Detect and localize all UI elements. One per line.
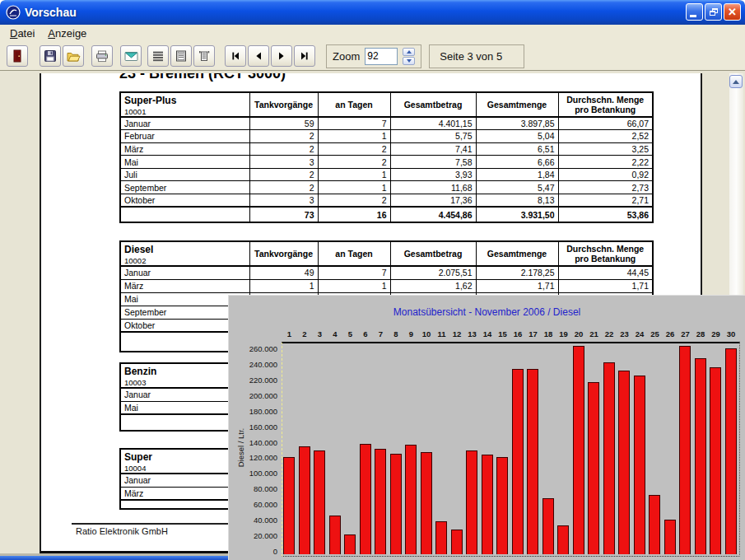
bar-day-3 [314,450,325,554]
table-header-row: Super-Plus10001Tankvorgängean TagenGesam… [120,92,653,117]
bar-day-16 [512,369,524,554]
value-cell: 59 [249,117,318,130]
value-cell: 7 [318,117,390,130]
month-cell: Januar [120,117,249,130]
menubar: DateiAnzeige [0,25,745,42]
value-cell: 1,71 [558,279,653,292]
menu-item-datei[interactable]: Datei [3,26,41,41]
minimize-button[interactable] [686,3,703,21]
value-cell: 2,52 [558,130,653,143]
total-cell: 16 [318,207,390,222]
value-cell: 1 [318,181,390,194]
spin-up-icon [407,50,412,54]
view-margins-button[interactable] [193,45,215,67]
value-cell: 2 [318,156,390,169]
bar-day-1 [283,457,295,554]
value-cell: 6,66 [476,156,558,169]
bar-day-20 [573,346,584,554]
y-tick-label: 220.000 [229,376,277,385]
exit-button[interactable] [7,45,28,67]
bar-day-11 [435,521,447,554]
table-row: Februar215,755,042,52 [120,130,653,143]
x-tick-label: 12 [449,329,465,338]
value-cell: 1 [249,279,318,292]
month-cell: Oktober [120,194,249,208]
zoom-input[interactable] [365,48,398,65]
value-cell: 1 [318,279,390,292]
x-tick-label: 5 [342,329,358,338]
value-cell: 7 [318,266,390,279]
fuel-code: 10002 [124,256,246,265]
open-icon [67,50,81,63]
x-tick-label: 3 [312,329,328,338]
value-cell: 2,73 [558,181,653,194]
x-tick-label: 26 [663,329,678,338]
table-row: September2111,685,472,73 [120,181,653,194]
last-page-button[interactable] [294,45,315,67]
next-page-button[interactable] [271,45,292,67]
x-tick-label: 22 [602,329,617,338]
close-button[interactable]: ✕ [724,3,741,21]
zoom-spinner [403,48,415,65]
document-title: 23 - Bremen (RCT 3000) [119,73,286,82]
preview-window: Vorschau ✕ DateiAnzeige Zoom Seite 3 von… [0,0,745,560]
table-row: Mai327,586,662,22 [120,156,653,169]
column-header: Gesamtbetrag [390,241,476,266]
value-cell: 2 [249,168,318,181]
value-cell: 0,92 [558,168,653,181]
zoom-label: Zoom [333,50,360,63]
column-header: Gesamtmenge [476,92,558,117]
zoom-spin-down-button[interactable] [403,57,415,65]
save-button[interactable] [40,45,61,67]
bar-day-13 [466,450,477,554]
x-tick-label: 11 [434,329,449,338]
table-row: Januar4972.075,512.178,2544,45 [120,266,653,279]
prev-page-icon [254,51,263,61]
column-header: Durchschn. Mengepro Betankung [558,92,653,117]
bar-day-4 [329,516,341,554]
save-icon [44,49,57,63]
bar-day-29 [710,367,721,554]
bar-day-6 [360,444,371,554]
email-button[interactable] [120,45,142,67]
x-tick-label: 4 [328,329,343,338]
scroll-up-button[interactable] [729,75,743,88]
month-cell: März [120,142,249,156]
value-cell: 5,75 [390,130,476,143]
total-cell: 53,86 [558,207,653,222]
close-icon: ✕ [728,7,737,17]
restore-button[interactable] [705,3,722,21]
value-cell: 49 [249,266,318,279]
x-tick-label: 24 [632,329,648,338]
view-page-button[interactable] [170,45,192,67]
value-cell: 1 [318,130,390,143]
bar-day-9 [405,445,417,554]
value-cell: 1 [318,168,390,181]
x-tick-label: 13 [464,329,480,338]
x-tick-label: 23 [617,329,632,338]
fuel-name: Diesel [124,244,246,255]
view-continuous-button[interactable] [147,45,169,67]
bar-day-24 [634,376,645,554]
fuel-name: Super-Plus [124,95,246,106]
x-tick-label: 9 [403,329,419,338]
x-tick-label: 8 [389,329,404,338]
x-tick-label: 28 [693,329,709,338]
value-cell: 4.401,15 [390,117,476,130]
y-tick-label: 260.000 [229,344,277,353]
month-cell: Juli [120,168,249,181]
y-tick-label: 40.000 [229,516,277,525]
open-button[interactable] [63,45,84,67]
prev-page-button[interactable] [248,45,269,67]
table-row: März111,621,711,71 [120,279,653,292]
column-header: Durchschn. Mengepro Betankung [558,241,653,266]
column-header: an Tagen [318,92,390,117]
first-page-button[interactable] [225,45,246,67]
value-cell: 5,04 [476,130,558,143]
zoom-spin-up-button[interactable] [403,48,415,56]
scroll-up-icon [733,80,739,84]
document-footer: Ratio Elektronik GmbH [76,526,168,536]
menu-item-anzeige[interactable]: Anzeige [41,26,93,41]
print-button[interactable] [91,45,113,67]
first-page-icon [230,51,240,61]
